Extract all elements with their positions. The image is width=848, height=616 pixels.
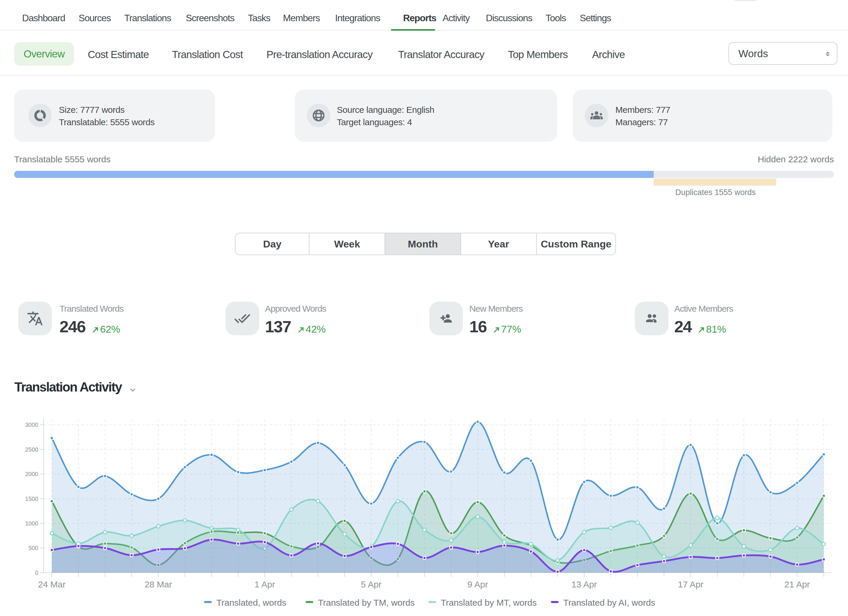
svg-text:Translated by AI, words: Translated by AI, words (563, 598, 655, 607)
svg-text:24 Mar: 24 Mar (38, 579, 65, 589)
svg-text:2000: 2000 (25, 471, 39, 477)
svg-text:0: 0 (35, 570, 38, 576)
svg-text:Translated by TM, words: Translated by TM, words (318, 598, 415, 607)
svg-text:1500: 1500 (25, 496, 39, 502)
svg-text:21 Apr: 21 Apr (784, 579, 810, 589)
svg-text:2500: 2500 (25, 446, 39, 453)
svg-text:13 Apr: 13 Apr (572, 579, 597, 589)
svg-text:Translated by MT, words: Translated by MT, words (441, 598, 537, 607)
svg-text:28 Mar: 28 Mar (145, 579, 172, 589)
svg-text:5 Apr: 5 Apr (361, 579, 382, 589)
svg-text:9 Apr: 9 Apr (467, 579, 488, 589)
svg-text:500: 500 (28, 545, 38, 551)
svg-text:3000: 3000 (25, 422, 39, 428)
svg-text:1 Apr: 1 Apr (254, 579, 275, 589)
svg-text:1000: 1000 (25, 520, 39, 527)
svg-text:17 Apr: 17 Apr (678, 579, 703, 589)
svg-text:Translated, words: Translated, words (216, 598, 286, 607)
